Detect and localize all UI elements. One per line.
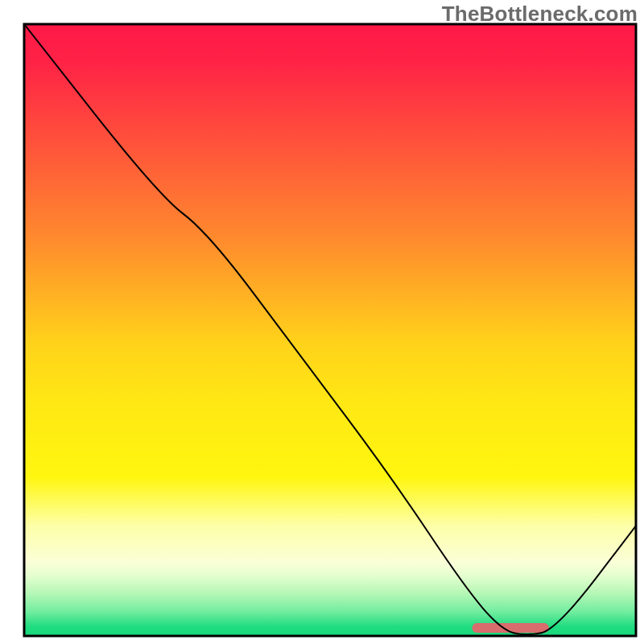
gradient-background [24,24,636,636]
chart-frame: TheBottleneck.com [0,0,644,644]
plot-area [24,24,636,636]
chart-svg [0,0,644,644]
watermark-text: TheBottleneck.com [442,2,638,27]
